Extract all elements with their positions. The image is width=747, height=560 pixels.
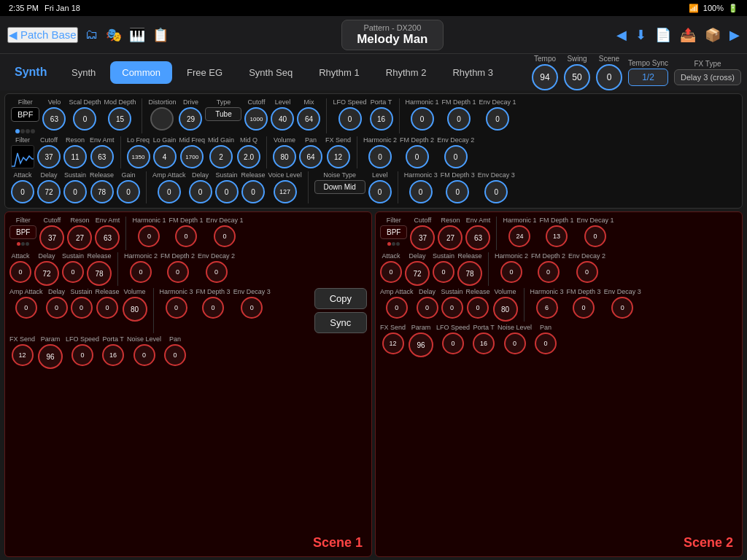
s1-release-knob[interactable]: 78 <box>87 261 112 286</box>
mid-q-knob[interactable]: 2.0 <box>237 145 260 168</box>
s2-sustain-knob[interactable]: 0 <box>433 261 454 283</box>
tab-synth-seq[interactable]: Synth Seq <box>237 61 304 84</box>
s1-filter-type[interactable]: BPF <box>9 225 36 239</box>
s1-fm1-knob[interactable]: 0 <box>175 225 197 247</box>
s1-fm3-knob[interactable]: 0 <box>202 297 224 319</box>
drive-knob[interactable]: 29 <box>179 107 202 131</box>
s1-noise-level-knob[interactable]: 0 <box>133 344 155 366</box>
s2-ed2-knob[interactable]: 0 <box>576 261 598 283</box>
prev-button[interactable]: ◀ <box>616 27 627 43</box>
amp-release-knob[interactable]: 0 <box>241 180 265 203</box>
s2-attack-knob[interactable]: 0 <box>380 261 402 283</box>
s2-param-knob[interactable]: 96 <box>409 332 433 357</box>
s2-amp-attack-knob[interactable]: 0 <box>386 297 408 319</box>
filter-cutoff-knob[interactable]: 37 <box>37 145 61 168</box>
distortion-knob[interactable] <box>150 107 174 131</box>
share-icon[interactable]: 📤 <box>680 27 696 43</box>
s2-fm2-knob[interactable]: 0 <box>538 261 560 283</box>
s1-param-knob[interactable]: 96 <box>38 344 63 369</box>
s2-env-amt-knob[interactable]: 63 <box>465 225 490 250</box>
s2-h2-knob[interactable]: 0 <box>500 261 522 283</box>
s2-ed1-knob[interactable]: 0 <box>584 225 606 247</box>
s2-fx-send-knob[interactable]: 12 <box>382 332 404 354</box>
swing-knob[interactable]: 50 <box>564 64 590 90</box>
attack-knob[interactable]: 0 <box>11 180 34 203</box>
s1-env-amt-knob[interactable]: 63 <box>95 225 120 250</box>
back-button[interactable]: ◀ Patch Base <box>7 27 78 43</box>
s1-cutoff-knob[interactable]: 37 <box>39 225 64 250</box>
s1-amp-sustain-knob[interactable]: 0 <box>71 297 93 319</box>
s2-amp-release-knob[interactable]: 0 <box>467 297 489 319</box>
copy-button[interactable]: Copy <box>314 288 367 309</box>
noise-type-select[interactable]: Down Mid <box>314 180 365 194</box>
fm-depth3-knob[interactable]: 0 <box>446 180 469 203</box>
s1-reson-knob[interactable]: 27 <box>67 225 92 250</box>
s1-delay-knob[interactable]: 72 <box>34 261 59 286</box>
s2-h3-knob[interactable]: 6 <box>536 297 558 319</box>
s1-h1-knob[interactable]: 0 <box>138 225 160 247</box>
s1-amp-attack-knob[interactable]: 0 <box>15 297 37 319</box>
tab-common[interactable]: Common <box>110 61 172 84</box>
s1-sustain-knob[interactable]: 0 <box>62 261 84 283</box>
lo-freq-knob[interactable]: 1350 <box>127 145 150 168</box>
tempo-sync-value[interactable]: 1/2 <box>628 69 668 86</box>
s1-ed2-knob[interactable]: 0 <box>206 261 228 283</box>
library-icon[interactable]: 🗂 <box>85 27 98 42</box>
gain-knob[interactable]: 0 <box>117 180 140 203</box>
env-decay1-knob[interactable]: 0 <box>486 107 509 131</box>
face-icon[interactable]: 🎭 <box>106 27 122 43</box>
s2-lfo-speed-knob[interactable]: 0 <box>442 332 464 354</box>
voice-level-knob[interactable]: 127 <box>274 180 297 203</box>
doc-icon[interactable]: 📄 <box>655 27 671 43</box>
amp-delay-knob[interactable]: 0 <box>189 180 212 203</box>
mid-gain-knob[interactable]: 2 <box>209 145 233 168</box>
tab-rhythm-1[interactable]: Rhythm 1 <box>307 61 371 84</box>
s1-fx-send-knob[interactable]: 12 <box>12 344 34 366</box>
s1-attack-knob[interactable]: 0 <box>9 261 31 283</box>
reson-knob[interactable]: 11 <box>63 145 87 168</box>
scal-depth-knob[interactable]: 0 <box>73 107 96 131</box>
s2-reson-knob[interactable]: 27 <box>438 225 462 250</box>
fm-depth2-knob[interactable]: 0 <box>406 145 429 168</box>
harmonic1-knob[interactable]: 0 <box>411 107 434 131</box>
sustain-knob[interactable]: 0 <box>63 180 87 203</box>
mix-knob[interactable]: 64 <box>297 107 320 131</box>
s2-pan-knob[interactable]: 0 <box>535 332 557 354</box>
fx-send-knob[interactable]: 12 <box>327 145 350 168</box>
env-amt-knob[interactable]: 63 <box>90 145 114 168</box>
s2-fm1-knob[interactable]: 13 <box>546 225 568 247</box>
export-icon[interactable]: 📦 <box>705 27 721 43</box>
env-decay2-knob[interactable]: 0 <box>444 145 468 168</box>
s1-amp-release-knob[interactable]: 0 <box>96 297 118 319</box>
fm-depth1-knob[interactable]: 0 <box>447 107 471 131</box>
delay-knob[interactable]: 72 <box>37 180 61 203</box>
velo-knob[interactable]: 63 <box>42 107 66 131</box>
s2-delay-knob[interactable]: 72 <box>405 261 430 286</box>
s1-porta-t-knob[interactable]: 16 <box>102 344 124 366</box>
tempo-knob[interactable]: 94 <box>532 64 558 90</box>
lfo-speed-knob[interactable]: 0 <box>338 107 362 131</box>
s2-noise-level-knob[interactable]: 0 <box>504 332 526 354</box>
s2-amp-delay-knob[interactable]: 0 <box>417 297 438 319</box>
tab-free-eg[interactable]: Free EG <box>175 61 234 84</box>
release-knob[interactable]: 78 <box>90 180 114 203</box>
noise-level-knob[interactable]: 0 <box>368 180 392 203</box>
s2-ed3-knob[interactable]: 0 <box>611 297 633 319</box>
s1-fm2-knob[interactable]: 0 <box>167 261 189 283</box>
filter-type-select[interactable]: BPF <box>11 107 39 122</box>
s2-release-knob[interactable]: 78 <box>457 261 482 286</box>
s1-h3-knob[interactable]: 0 <box>166 297 187 319</box>
s1-amp-delay-knob[interactable]: 0 <box>46 297 68 319</box>
s2-porta-t-knob[interactable]: 16 <box>473 332 495 354</box>
sync-button[interactable]: Sync <box>314 312 367 333</box>
scene-knob[interactable]: 0 <box>596 64 622 90</box>
tab-synth[interactable]: Synth <box>60 61 107 84</box>
s1-ed1-knob[interactable]: 0 <box>214 225 236 247</box>
clipboard-icon[interactable]: 📋 <box>152 27 169 43</box>
porta-t-knob[interactable]: 16 <box>370 107 393 131</box>
s2-volume-knob[interactable]: 80 <box>493 297 518 322</box>
tab-rhythm-2[interactable]: Rhythm 2 <box>374 61 438 84</box>
s2-cutoff-knob[interactable]: 37 <box>410 225 435 250</box>
s2-h1-knob[interactable]: 24 <box>508 225 530 247</box>
mod-depth-knob[interactable]: 15 <box>108 107 131 131</box>
